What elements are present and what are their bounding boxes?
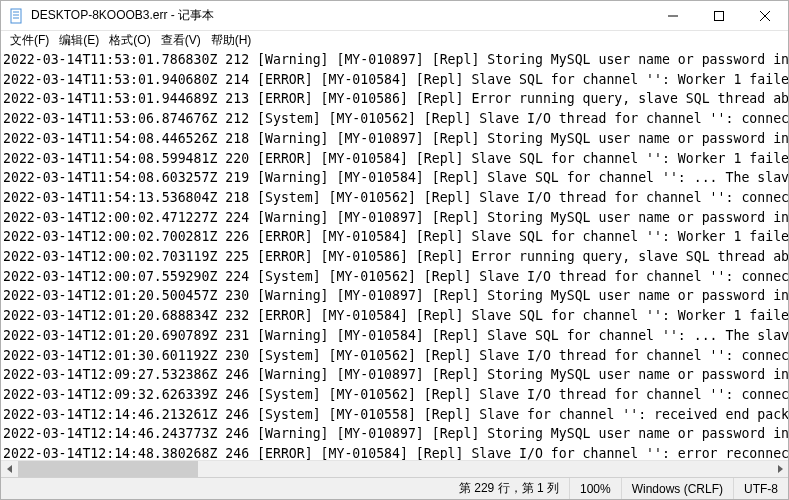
app-icon — [9, 8, 25, 24]
scroll-thumb[interactable] — [18, 461, 198, 478]
close-button[interactable] — [742, 1, 788, 31]
menu-file[interactable]: 文件(F) — [5, 31, 54, 50]
menu-help[interactable]: 帮助(H) — [206, 31, 257, 50]
scroll-right-button[interactable] — [771, 461, 788, 478]
scroll-track[interactable] — [18, 461, 771, 478]
editor-wrap: 2022-03-14T11:53:01.786830Z 212 [Warning… — [1, 50, 788, 477]
notepad-window: DESKTOP-8KOOOB3.err - 记事本 文件(F) 编辑(E) 格式… — [0, 0, 789, 500]
menubar: 文件(F) 编辑(E) 格式(O) 查看(V) 帮助(H) — [1, 31, 788, 50]
statusbar: 第 229 行，第 1 列 100% Windows (CRLF) UTF-8 — [1, 477, 788, 499]
svg-rect-5 — [715, 11, 724, 20]
horizontal-scrollbar[interactable] — [1, 460, 788, 477]
status-encoding: UTF-8 — [733, 478, 788, 499]
minimize-button[interactable] — [650, 1, 696, 31]
maximize-button[interactable] — [696, 1, 742, 31]
menu-view[interactable]: 查看(V) — [156, 31, 206, 50]
menu-format[interactable]: 格式(O) — [104, 31, 155, 50]
svg-marker-9 — [778, 465, 783, 473]
scroll-left-button[interactable] — [1, 461, 18, 478]
svg-marker-8 — [7, 465, 12, 473]
menu-edit[interactable]: 编辑(E) — [54, 31, 104, 50]
text-editor[interactable]: 2022-03-14T11:53:01.786830Z 212 [Warning… — [1, 50, 788, 460]
window-title: DESKTOP-8KOOOB3.err - 记事本 — [31, 7, 214, 24]
status-zoom: 100% — [569, 478, 621, 499]
status-position: 第 229 行，第 1 列 — [449, 478, 569, 499]
titlebar[interactable]: DESKTOP-8KOOOB3.err - 记事本 — [1, 1, 788, 31]
status-lineend: Windows (CRLF) — [621, 478, 733, 499]
svg-rect-0 — [11, 9, 21, 23]
